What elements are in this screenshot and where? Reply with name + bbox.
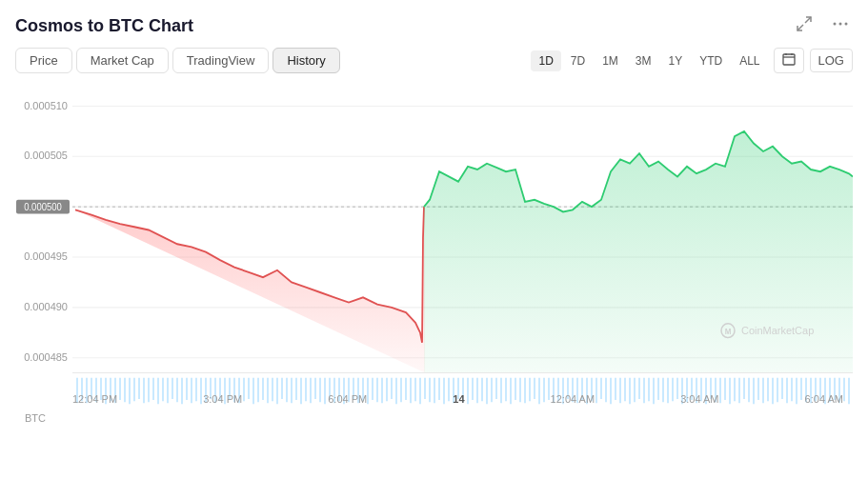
tab-price[interactable]: Price	[15, 48, 72, 73]
chart-title: Cosmos to BTC Chart	[15, 16, 193, 36]
x-label-304am: 3:04 AM	[680, 393, 718, 405]
svg-text:0.000485: 0.000485	[24, 351, 68, 363]
price-chart: 0.000510 0.000505 0.000500 0.000495 0.00…	[15, 81, 853, 433]
tf-1m[interactable]: 1M	[595, 50, 626, 71]
tf-3m[interactable]: 3M	[628, 50, 659, 71]
header-icons	[792, 13, 853, 38]
tf-ytd[interactable]: YTD	[692, 50, 730, 71]
x-label-604am: 6:04 AM	[805, 393, 843, 405]
tab-history[interactable]: History	[273, 48, 339, 73]
tf-7d[interactable]: 7D	[563, 50, 593, 71]
chart-tabs: Price Market Cap TradingView History	[15, 48, 340, 73]
calendar-button[interactable]	[774, 48, 804, 73]
x-label-1204am: 12:04 AM	[551, 393, 595, 405]
x-label-304pm: 3:04 PM	[203, 393, 242, 405]
log-button[interactable]: LOG	[810, 49, 853, 72]
svg-line-1	[797, 25, 803, 30]
svg-text:CoinMarketCap: CoinMarketCap	[741, 325, 814, 336]
tf-1y[interactable]: 1Y	[660, 50, 690, 71]
expand-button[interactable]	[792, 13, 817, 38]
chart-container: Cosmos to BTC Chart Price	[0, 0, 868, 479]
tab-tradingview[interactable]: TradingView	[172, 48, 270, 73]
svg-point-3	[839, 23, 842, 26]
svg-text:0.000490: 0.000490	[24, 301, 68, 312]
tabs-timeframes-row: Price Market Cap TradingView History 1D …	[15, 48, 853, 73]
svg-point-4	[845, 23, 848, 26]
svg-line-0	[805, 17, 811, 23]
svg-text:0.000510: 0.000510	[24, 99, 68, 110]
timeframe-controls: 1D 7D 1M 3M 1Y YTD ALL LOG	[531, 48, 853, 73]
chart-area: 0.000510 0.000505 0.000500 0.000495 0.00…	[15, 81, 853, 433]
header-row: Cosmos to BTC Chart	[15, 13, 853, 38]
more-options-button[interactable]	[828, 13, 853, 38]
tf-all[interactable]: ALL	[732, 50, 767, 71]
btc-axis-label: BTC	[25, 412, 46, 424]
x-label-14: 14	[453, 393, 464, 405]
svg-text:0.000495: 0.000495	[24, 250, 68, 262]
svg-point-2	[834, 23, 837, 26]
x-label-604pm: 6:04 PM	[328, 393, 367, 405]
svg-text:0.000505: 0.000505	[24, 150, 68, 161]
svg-text:M: M	[725, 328, 732, 336]
tab-marketcap[interactable]: Market Cap	[76, 48, 169, 73]
svg-text:0.000500: 0.000500	[24, 202, 62, 212]
tf-1d[interactable]: 1D	[531, 50, 560, 71]
svg-rect-5	[783, 54, 795, 65]
x-label-1204pm: 12:04 PM	[72, 393, 117, 405]
